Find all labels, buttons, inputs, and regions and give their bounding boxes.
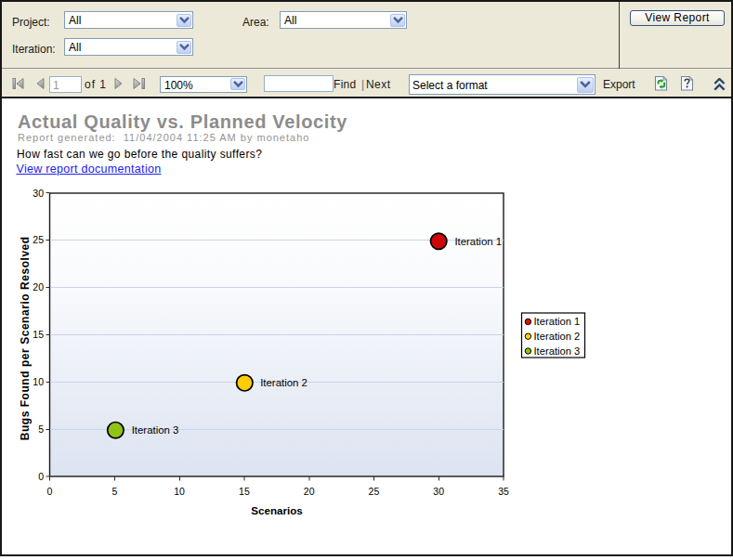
svg-text:25: 25 [369, 486, 380, 497]
svg-text:Iteration 3: Iteration 3 [534, 345, 581, 357]
svg-text:Iteration 1: Iteration 1 [534, 316, 581, 327]
svg-text:10: 10 [33, 376, 44, 387]
svg-text:25: 25 [33, 234, 44, 245]
svg-text:0: 0 [47, 486, 53, 497]
svg-text:Scenarios: Scenarios [251, 504, 302, 516]
svg-text:30: 30 [433, 486, 444, 497]
svg-text:10: 10 [174, 486, 185, 497]
svg-text:Iteration 1: Iteration 1 [454, 236, 502, 247]
svg-text:5: 5 [111, 486, 117, 497]
svg-text:5: 5 [38, 423, 44, 435]
svg-text:Bugs Found per Scenario Resolv: Bugs Found per Scenario Resolved [20, 236, 33, 440]
svg-text:Iteration 2: Iteration 2 [260, 377, 308, 388]
svg-text:20: 20 [33, 281, 44, 293]
svg-text:0: 0 [38, 471, 44, 482]
svg-text:30: 30 [33, 188, 44, 199]
svg-text:15: 15 [33, 329, 44, 340]
svg-text:Iteration 2: Iteration 2 [534, 331, 581, 342]
svg-text:Iteration 3: Iteration 3 [132, 424, 179, 436]
svg-text:20: 20 [304, 486, 315, 497]
svg-text:15: 15 [239, 486, 250, 497]
svg-text:35: 35 [498, 486, 509, 497]
